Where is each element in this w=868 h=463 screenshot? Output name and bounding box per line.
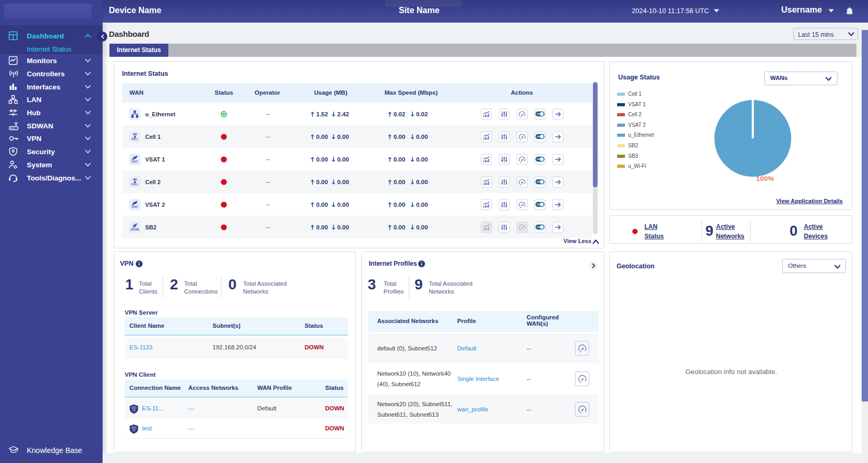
svg-text:ON: ON (537, 226, 540, 228)
svg-text:ON: ON (537, 181, 540, 183)
svg-text:VPN: VPN (132, 427, 136, 429)
svg-text:ON: ON (537, 136, 540, 138)
svg-text:ON: ON (537, 158, 540, 160)
svg-text:ON: ON (537, 113, 540, 115)
svg-text:ON: ON (537, 204, 540, 206)
svg-text:VPN: VPN (132, 407, 136, 409)
